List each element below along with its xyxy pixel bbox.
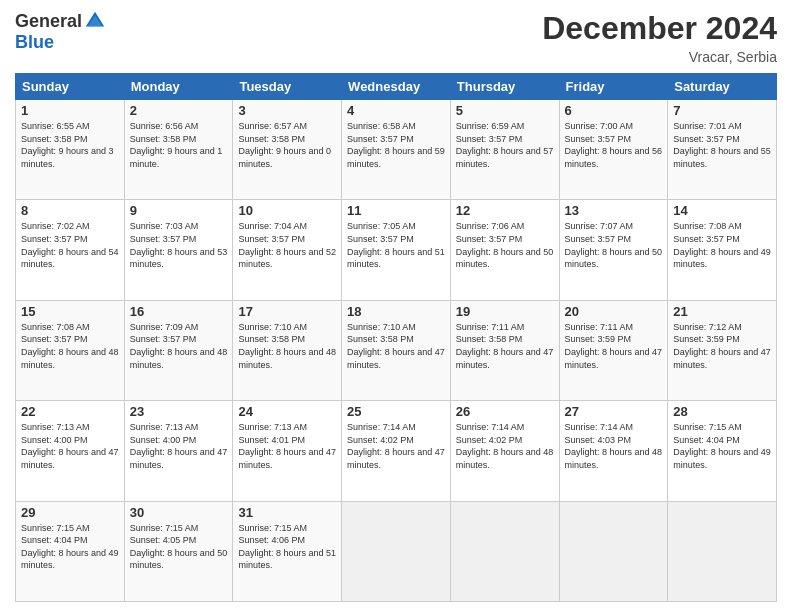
sunset-label: Sunset: 4:02 PM (456, 435, 523, 445)
cell-content: Sunrise: 7:05 AM Sunset: 3:57 PM Dayligh… (347, 220, 445, 270)
day-number: 24 (238, 404, 336, 419)
day-number: 17 (238, 304, 336, 319)
cell-content: Sunrise: 7:10 AM Sunset: 3:58 PM Dayligh… (347, 321, 445, 371)
day-number: 19 (456, 304, 554, 319)
day-number: 21 (673, 304, 771, 319)
calendar-cell: 29 Sunrise: 7:15 AM Sunset: 4:04 PM Dayl… (16, 501, 125, 601)
sunrise-label: Sunrise: 7:03 AM (130, 221, 199, 231)
calendar-cell: 9 Sunrise: 7:03 AM Sunset: 3:57 PM Dayli… (124, 200, 233, 300)
cell-content: Sunrise: 6:57 AM Sunset: 3:58 PM Dayligh… (238, 120, 336, 170)
cell-content: Sunrise: 6:59 AM Sunset: 3:57 PM Dayligh… (456, 120, 554, 170)
sunrise-label: Sunrise: 7:06 AM (456, 221, 525, 231)
logo-icon (84, 10, 106, 32)
calendar-week-4: 22 Sunrise: 7:13 AM Sunset: 4:00 PM Dayl… (16, 401, 777, 501)
day-number: 27 (565, 404, 663, 419)
day-number: 12 (456, 203, 554, 218)
sunrise-label: Sunrise: 7:12 AM (673, 322, 742, 332)
day-number: 9 (130, 203, 228, 218)
calendar-cell: 5 Sunrise: 6:59 AM Sunset: 3:57 PM Dayli… (450, 100, 559, 200)
day-number: 15 (21, 304, 119, 319)
sunset-label: Sunset: 3:57 PM (238, 234, 305, 244)
daylight-label: Daylight: 8 hours and 47 minutes. (130, 447, 228, 470)
cell-content: Sunrise: 7:03 AM Sunset: 3:57 PM Dayligh… (130, 220, 228, 270)
daylight-label: Daylight: 8 hours and 50 minutes. (130, 548, 228, 571)
daylight-label: Daylight: 8 hours and 51 minutes. (238, 548, 336, 571)
cell-content: Sunrise: 7:06 AM Sunset: 3:57 PM Dayligh… (456, 220, 554, 270)
logo-text: General (15, 10, 106, 32)
sunrise-label: Sunrise: 7:05 AM (347, 221, 416, 231)
daylight-label: Daylight: 8 hours and 54 minutes. (21, 247, 119, 270)
daylight-label: Daylight: 8 hours and 56 minutes. (565, 146, 663, 169)
sunset-label: Sunset: 3:57 PM (565, 134, 632, 144)
calendar-cell (450, 501, 559, 601)
cell-content: Sunrise: 7:15 AM Sunset: 4:04 PM Dayligh… (21, 522, 119, 572)
col-saturday: Saturday (668, 74, 777, 100)
sunrise-label: Sunrise: 7:00 AM (565, 121, 634, 131)
sunrise-label: Sunrise: 7:10 AM (238, 322, 307, 332)
weekday-row: Sunday Monday Tuesday Wednesday Thursday… (16, 74, 777, 100)
cell-content: Sunrise: 7:13 AM Sunset: 4:00 PM Dayligh… (21, 421, 119, 471)
day-number: 16 (130, 304, 228, 319)
daylight-label: Daylight: 9 hours and 3 minutes. (21, 146, 114, 169)
calendar-cell: 21 Sunrise: 7:12 AM Sunset: 3:59 PM Dayl… (668, 300, 777, 400)
calendar-cell: 12 Sunrise: 7:06 AM Sunset: 3:57 PM Dayl… (450, 200, 559, 300)
sunrise-label: Sunrise: 7:15 AM (21, 523, 90, 533)
cell-content: Sunrise: 7:11 AM Sunset: 3:59 PM Dayligh… (565, 321, 663, 371)
col-wednesday: Wednesday (342, 74, 451, 100)
sunrise-label: Sunrise: 7:14 AM (456, 422, 525, 432)
sunset-label: Sunset: 3:58 PM (130, 134, 197, 144)
sunset-label: Sunset: 3:59 PM (565, 334, 632, 344)
sunset-label: Sunset: 3:57 PM (456, 134, 523, 144)
calendar-cell: 8 Sunrise: 7:02 AM Sunset: 3:57 PM Dayli… (16, 200, 125, 300)
daylight-label: Daylight: 8 hours and 48 minutes. (238, 347, 336, 370)
sunset-label: Sunset: 3:57 PM (21, 234, 88, 244)
col-monday: Monday (124, 74, 233, 100)
daylight-label: Daylight: 8 hours and 49 minutes. (673, 447, 771, 470)
calendar-cell: 26 Sunrise: 7:14 AM Sunset: 4:02 PM Dayl… (450, 401, 559, 501)
calendar-cell: 24 Sunrise: 7:13 AM Sunset: 4:01 PM Dayl… (233, 401, 342, 501)
day-number: 5 (456, 103, 554, 118)
calendar-cell: 3 Sunrise: 6:57 AM Sunset: 3:58 PM Dayli… (233, 100, 342, 200)
sunset-label: Sunset: 3:58 PM (21, 134, 88, 144)
cell-content: Sunrise: 7:07 AM Sunset: 3:57 PM Dayligh… (565, 220, 663, 270)
cell-content: Sunrise: 7:10 AM Sunset: 3:58 PM Dayligh… (238, 321, 336, 371)
day-number: 28 (673, 404, 771, 419)
sunrise-label: Sunrise: 7:08 AM (21, 322, 90, 332)
col-friday: Friday (559, 74, 668, 100)
calendar-cell (559, 501, 668, 601)
day-number: 25 (347, 404, 445, 419)
cell-content: Sunrise: 7:14 AM Sunset: 4:02 PM Dayligh… (456, 421, 554, 471)
day-number: 11 (347, 203, 445, 218)
cell-content: Sunrise: 6:56 AM Sunset: 3:58 PM Dayligh… (130, 120, 228, 170)
calendar-cell: 10 Sunrise: 7:04 AM Sunset: 3:57 PM Dayl… (233, 200, 342, 300)
cell-content: Sunrise: 7:15 AM Sunset: 4:04 PM Dayligh… (673, 421, 771, 471)
day-number: 2 (130, 103, 228, 118)
day-number: 18 (347, 304, 445, 319)
calendar-cell (668, 501, 777, 601)
daylight-label: Daylight: 8 hours and 48 minutes. (21, 347, 119, 370)
col-thursday: Thursday (450, 74, 559, 100)
sunrise-label: Sunrise: 6:56 AM (130, 121, 199, 131)
daylight-label: Daylight: 8 hours and 48 minutes. (456, 447, 554, 470)
day-number: 29 (21, 505, 119, 520)
day-number: 20 (565, 304, 663, 319)
cell-content: Sunrise: 7:11 AM Sunset: 3:58 PM Dayligh… (456, 321, 554, 371)
day-number: 6 (565, 103, 663, 118)
calendar-cell: 7 Sunrise: 7:01 AM Sunset: 3:57 PM Dayli… (668, 100, 777, 200)
day-number: 22 (21, 404, 119, 419)
cell-content: Sunrise: 7:04 AM Sunset: 3:57 PM Dayligh… (238, 220, 336, 270)
day-number: 30 (130, 505, 228, 520)
calendar-cell: 28 Sunrise: 7:15 AM Sunset: 4:04 PM Dayl… (668, 401, 777, 501)
sunset-label: Sunset: 3:57 PM (673, 234, 740, 244)
sunrise-label: Sunrise: 7:15 AM (673, 422, 742, 432)
day-number: 14 (673, 203, 771, 218)
month-title: December 2024 (542, 10, 777, 47)
sunrise-label: Sunrise: 7:08 AM (673, 221, 742, 231)
calendar-week-1: 1 Sunrise: 6:55 AM Sunset: 3:58 PM Dayli… (16, 100, 777, 200)
daylight-label: Daylight: 8 hours and 47 minutes. (21, 447, 119, 470)
calendar-cell: 30 Sunrise: 7:15 AM Sunset: 4:05 PM Dayl… (124, 501, 233, 601)
calendar-cell: 14 Sunrise: 7:08 AM Sunset: 3:57 PM Dayl… (668, 200, 777, 300)
day-number: 3 (238, 103, 336, 118)
daylight-label: Daylight: 8 hours and 51 minutes. (347, 247, 445, 270)
sunset-label: Sunset: 3:59 PM (673, 334, 740, 344)
